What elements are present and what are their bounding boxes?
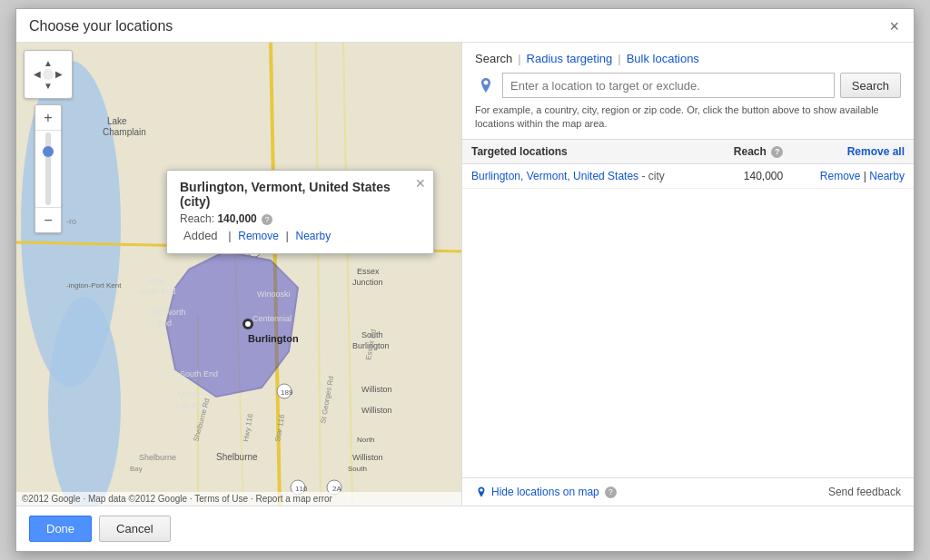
hide-locations-link[interactable]: Hide locations on map ?	[475, 486, 617, 498]
location-actions: Remove | Nearby	[792, 164, 914, 189]
table-row: Burlington, Vermont, United States - cit…	[462, 164, 914, 189]
svg-text:South End: South End	[180, 369, 218, 378]
svg-point-11	[245, 321, 251, 327]
svg-text:Old North: Old North	[151, 308, 186, 317]
pan-center[interactable]	[43, 69, 53, 79]
svg-text:Essex: Essex	[357, 267, 380, 276]
remove-all-link[interactable]: Remove all	[847, 145, 905, 158]
popup-remove-link[interactable]: Remove	[238, 230, 279, 242]
popup-nearby-link[interactable]: Nearby	[296, 230, 331, 242]
map-svg: Lake Champlain Burlington Essex Essex Ju…	[16, 43, 461, 506]
popup-title: Burlington, Vermont, United States (city…	[180, 180, 420, 209]
popup-reach: Reach: 140,000 ?	[180, 212, 420, 225]
svg-text:End: End	[157, 319, 172, 328]
cancel-button[interactable]: Cancel	[99, 516, 170, 542]
tabs-row: Search | Radius targeting | Bulk locatio…	[475, 52, 901, 65]
locations-table: Targeted locations Reach ? Remove all	[462, 140, 914, 189]
attribution-text: ©2012 Google · Map data ©2012 Google · T…	[22, 494, 332, 504]
location-reach: 140,000	[712, 164, 792, 189]
popup-status: Added	[183, 229, 218, 242]
location-remove-link[interactable]: Remove	[820, 170, 861, 182]
svg-text:Williston: Williston	[361, 385, 392, 394]
reach-help-icon[interactable]: ?	[262, 214, 272, 225]
location-icon	[475, 76, 497, 94]
popup-reach-value: 140,000	[217, 212, 256, 225]
dialog-header: Choose your locations ×	[16, 9, 914, 43]
map-controls: ▲ ◀ ▶ ▼ + −	[24, 50, 73, 233]
popup-reach-label: Reach:	[180, 212, 214, 225]
pan-up-arrow[interactable]: ▲	[43, 58, 53, 68]
close-button[interactable]: ×	[887, 18, 901, 34]
svg-point-2	[48, 297, 121, 506]
done-button[interactable]: Done	[29, 516, 92, 542]
bottom-bar: Hide locations on map ? Send feedback	[462, 477, 914, 506]
pan-control[interactable]: ▲ ◀ ▶ ▼	[24, 50, 73, 99]
svg-text:Winooski: Winooski	[257, 290, 291, 299]
tab-radius[interactable]: Radius targeting	[527, 52, 613, 65]
zoom-thumb[interactable]	[43, 146, 54, 157]
svg-text:Champlain: Champlain	[103, 127, 146, 137]
svg-text:Bay: Bay	[130, 465, 143, 473]
zoom-in-button[interactable]: +	[35, 105, 61, 131]
svg-text:-ington-Port Kent: -ington-Port Kent	[66, 281, 122, 290]
svg-text:Lake: Lake	[107, 116, 127, 126]
svg-text:Shelburne: Shelburne	[216, 452, 258, 462]
send-feedback: Send feedback	[828, 486, 901, 498]
pan-left-arrow[interactable]: ◀	[32, 69, 42, 79]
location-nearby-link[interactable]: Nearby	[869, 170, 905, 182]
svg-text:Queen: Queen	[178, 389, 203, 398]
location-popup: ✕ Burlington, Vermont, United States (ci…	[166, 170, 434, 254]
dialog-title: Choose your locations	[29, 18, 173, 34]
locations-panel: Targeted locations Reach ? Remove all	[462, 140, 914, 477]
dialog-footer: Done Cancel	[16, 506, 914, 551]
zoom-out-button[interactable]: −	[35, 207, 61, 232]
location-name-link[interactable]: Burlington, Vermont, United States	[471, 170, 638, 182]
search-row: Search	[475, 73, 901, 98]
zoom-control: + −	[35, 104, 62, 233]
search-input[interactable]	[502, 73, 835, 98]
tab-bulk[interactable]: Bulk locations	[627, 52, 699, 65]
svg-text:Shelburne: Shelburne	[139, 453, 176, 462]
map-attribution: ©2012 Google · Map data ©2012 Google · T…	[16, 492, 461, 506]
map-area[interactable]: Lake Champlain Burlington Essex Essex Ju…	[16, 43, 461, 506]
svg-text:Williston: Williston	[352, 453, 383, 462]
svg-text:North End: North End	[139, 287, 176, 296]
location-type: - city	[641, 170, 664, 182]
svg-text:Burlington: Burlington	[248, 333, 299, 344]
svg-text:Centennial: Centennial	[252, 314, 292, 323]
svg-text:189: 189	[281, 388, 293, 397]
zoom-track	[45, 133, 51, 205]
hide-locations-help-icon[interactable]: ?	[605, 486, 617, 498]
search-button[interactable]: Search	[840, 73, 901, 98]
col-reach: Reach ?	[712, 140, 792, 164]
pan-down-arrow[interactable]: ▼	[43, 81, 53, 91]
hide-locations-label: Hide locations on map	[491, 486, 599, 498]
search-hint: For example, a country, city, region or …	[475, 103, 901, 132]
svg-text:Junction: Junction	[352, 278, 383, 287]
right-panel: Search | Radius targeting | Bulk locatio…	[461, 43, 914, 506]
svg-text:South: South	[348, 465, 367, 473]
location-name-cell: Burlington, Vermont, United States - cit…	[462, 164, 712, 189]
col-targeted-locations: Targeted locations	[462, 140, 712, 164]
pan-right-arrow[interactable]: ▶	[54, 69, 64, 79]
popup-close-button[interactable]: ✕	[415, 176, 426, 191]
col-remove-all: Remove all	[792, 140, 914, 164]
svg-text:North: North	[357, 436, 375, 444]
pin-icon	[475, 486, 488, 498]
dialog-body: Lake Champlain Burlington Essex Essex Ju…	[16, 43, 914, 506]
choose-locations-dialog: Choose your locations ×	[15, 8, 915, 552]
svg-text:New: New	[148, 276, 165, 285]
popup-actions: Added | Remove | Nearby	[180, 229, 420, 242]
reach-col-help-icon[interactable]: ?	[771, 146, 783, 158]
search-panel: Search | Radius targeting | Bulk locatio…	[462, 43, 914, 140]
svg-text:Williston: Williston	[361, 406, 392, 415]
tab-search[interactable]: Search	[475, 52, 512, 65]
